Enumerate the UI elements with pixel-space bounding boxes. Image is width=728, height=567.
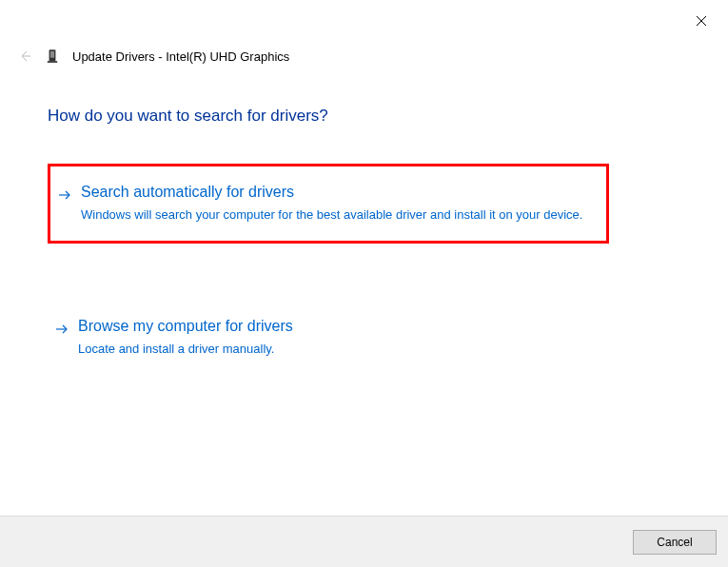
- option-browse-computer[interactable]: Browse my computer for drivers Locate an…: [48, 301, 609, 375]
- main-heading: How do you want to search for drivers?: [48, 107, 328, 126]
- close-icon: [696, 15, 707, 27]
- back-button[interactable]: [17, 49, 32, 64]
- option-description: Windows will search your computer for th…: [81, 206, 593, 224]
- arrow-right-icon: [55, 323, 69, 336]
- option-search-automatically[interactable]: Search automatically for drivers Windows…: [48, 164, 609, 244]
- svg-rect-4: [50, 51, 54, 58]
- header-row: Update Drivers - Intel(R) UHD Graphics: [17, 48, 289, 65]
- window-title: Update Drivers - Intel(R) UHD Graphics: [72, 49, 289, 64]
- device-icon: [46, 48, 59, 65]
- svg-rect-5: [48, 61, 57, 63]
- option-title: Search automatically for drivers: [81, 184, 593, 201]
- back-arrow-icon: [17, 49, 32, 64]
- arrow-right-icon: [58, 188, 71, 202]
- cancel-button[interactable]: Cancel: [633, 530, 717, 555]
- option-title: Browse my computer for drivers: [78, 318, 596, 335]
- option-description: Locate and install a driver manually.: [78, 341, 596, 358]
- footer-bar: Cancel: [0, 516, 728, 567]
- close-button[interactable]: [692, 11, 711, 30]
